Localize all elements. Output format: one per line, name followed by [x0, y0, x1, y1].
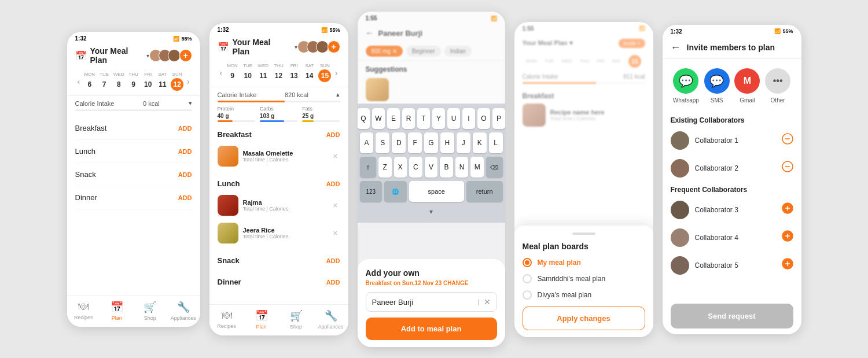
share-sms[interactable]: 💬 SMS — [704, 68, 730, 104]
key-W[interactable]: W — [372, 108, 385, 129]
calorie-chevron-1[interactable]: ▾ — [189, 99, 192, 107]
change-button[interactable]: CHANGE — [443, 280, 468, 286]
cal-prev-1[interactable]: ‹ — [75, 77, 83, 86]
add-dinner-button-1[interactable]: ADD — [178, 194, 192, 201]
send-request-button[interactable]: Send request — [671, 304, 793, 329]
remove-jeera-rice-button[interactable]: × — [330, 226, 340, 240]
add-dinner-btn-2[interactable]: ADD — [326, 279, 340, 286]
key-Z[interactable]: Z — [378, 157, 392, 178]
apply-changes-button[interactable]: Apply changes — [523, 307, 645, 330]
board-option-my-meal-plan[interactable]: My meal plan — [523, 258, 645, 267]
cal-day-0[interactable]: MON 6 — [83, 72, 96, 91]
tag-beginner[interactable]: Beginner — [406, 46, 441, 57]
add-to-meal-plan-button[interactable]: Add to meal plan — [366, 318, 497, 340]
remove-rajma-button[interactable]: × — [330, 198, 340, 212]
add-breakfast-btn-2[interactable]: ADD — [326, 131, 340, 138]
key-Q[interactable]: Q — [358, 108, 370, 129]
key-S[interactable]: S — [376, 132, 389, 153]
nav-recipes-2[interactable]: 🍽 Recipes — [209, 309, 244, 330]
cal-day-2-5[interactable]: SAT 14 — [303, 63, 316, 82]
key-O[interactable]: O — [477, 108, 490, 129]
cal-day-3[interactable]: THU 9 — [127, 72, 139, 91]
key-A[interactable]: A — [360, 132, 374, 153]
add-own-input-row[interactable]: Paneer Burji | ✕ — [366, 292, 497, 312]
add-lunch-btn-2[interactable]: ADD — [326, 180, 340, 187]
nav-shop-2[interactable]: 🛒 Shop — [279, 309, 314, 330]
board-option-divya[interactable]: Divya's meal plan — [523, 290, 645, 300]
share-other[interactable]: ••• Other — [765, 68, 790, 104]
back-icon-3[interactable]: ← — [366, 28, 374, 38]
cal-day-2-2[interactable]: WED 11 — [257, 63, 270, 82]
nav-plan-2[interactable]: 📅 Plan — [244, 309, 279, 330]
key-J[interactable]: J — [457, 132, 470, 153]
key-shift[interactable]: ⇧ — [360, 157, 376, 178]
add-lunch-button-1[interactable]: ADD — [178, 148, 192, 155]
kb-chevron-down[interactable]: ▾ — [360, 205, 503, 218]
remove-collaborator-2-button[interactable] — [782, 161, 793, 175]
radio-divya[interactable] — [523, 290, 532, 300]
key-globe[interactable]: 🌐 — [384, 181, 407, 202]
key-P[interactable]: P — [492, 108, 505, 129]
cal-day-2-1[interactable]: TUE 10 — [241, 63, 254, 82]
add-snack-button-1[interactable]: ADD — [178, 171, 192, 178]
key-T[interactable]: T — [417, 108, 430, 129]
add-collaborator-4-button[interactable] — [782, 230, 793, 245]
key-return[interactable]: return — [466, 181, 503, 202]
key-K[interactable]: K — [473, 132, 487, 153]
cal-day-2-3[interactable]: THU 12 — [272, 63, 285, 82]
radio-samriddhi[interactable] — [523, 274, 532, 283]
cal-day-2-0[interactable]: MON 9 — [226, 63, 239, 82]
remove-collaborator-1-button[interactable] — [782, 133, 793, 147]
back-button-5[interactable]: ← — [671, 42, 681, 54]
key-C[interactable]: C — [409, 157, 422, 178]
nav-recipes-1[interactable]: 🍽 Recipes — [67, 301, 101, 321]
add-collaborator-5-button[interactable] — [782, 258, 793, 272]
add-collaborator-3-button[interactable] — [782, 202, 793, 217]
key-123[interactable]: 123 — [360, 181, 382, 202]
key-backspace[interactable]: ⌫ — [486, 157, 502, 178]
share-gmail[interactable]: M Gmail — [734, 68, 760, 104]
nav-appliances-2[interactable]: 🔧 Appliances — [314, 309, 348, 330]
tag-800mg[interactable]: 800 mg ✕ — [366, 46, 403, 57]
key-E[interactable]: E — [387, 108, 400, 129]
key-F[interactable]: F — [408, 132, 422, 153]
cal-prev-2[interactable]: ‹ — [218, 68, 225, 77]
cal-next-2[interactable]: › — [333, 68, 340, 77]
remove-masala-omelette-button[interactable]: × — [330, 149, 340, 163]
add-snack-btn-2[interactable]: ADD — [326, 257, 340, 264]
add-breakfast-button-1[interactable]: ADD — [178, 125, 192, 132]
key-Y[interactable]: Y — [432, 108, 445, 129]
key-R[interactable]: R — [402, 108, 415, 129]
cal-day-4[interactable]: FRI 10 — [142, 72, 155, 91]
key-V[interactable]: V — [425, 157, 438, 178]
cal-day-6[interactable]: SUN 12 — [171, 72, 183, 91]
add-collaborator-button-1[interactable]: + — [179, 49, 192, 62]
key-D[interactable]: D — [392, 132, 406, 153]
clear-input-button[interactable]: ✕ — [484, 297, 491, 307]
cal-next-1[interactable]: › — [185, 77, 192, 86]
key-M[interactable]: M — [470, 157, 484, 178]
calorie-chevron-2[interactable]: ▴ — [336, 91, 340, 98]
nav-shop-1[interactable]: 🛒 Shop — [134, 301, 167, 321]
tag-indian[interactable]: Indian — [444, 46, 472, 57]
key-B[interactable]: B — [440, 157, 453, 178]
nav-appliances-1[interactable]: 🔧 Appliances — [167, 301, 200, 321]
cal-day-1[interactable]: TUE 7 — [98, 72, 111, 91]
nav-plan-1[interactable]: 📅 Plan — [100, 301, 134, 321]
key-H[interactable]: H — [440, 132, 454, 153]
key-N[interactable]: N — [455, 157, 469, 178]
board-option-samriddhi[interactable]: Samriddhi's meal plan — [523, 274, 645, 283]
add-collaborator-button-2[interactable]: + — [328, 40, 340, 53]
share-whatsapp[interactable]: 💬 Whatsapp — [673, 68, 699, 104]
key-G[interactable]: G — [424, 132, 438, 153]
key-X[interactable]: X — [394, 157, 407, 178]
cal-day-2[interactable]: WED 8 — [112, 72, 125, 91]
key-I[interactable]: I — [462, 108, 475, 129]
cal-day-2-6[interactable]: SUN 15 — [318, 63, 331, 82]
radio-my-meal-plan[interactable] — [523, 258, 532, 267]
add-own-input[interactable]: Paneer Burji — [372, 298, 473, 307]
cal-day-5[interactable]: SAT 11 — [156, 72, 169, 91]
cal-day-2-4[interactable]: FRI 13 — [288, 63, 300, 82]
key-space[interactable]: space — [409, 181, 464, 202]
key-L[interactable]: L — [489, 132, 503, 153]
